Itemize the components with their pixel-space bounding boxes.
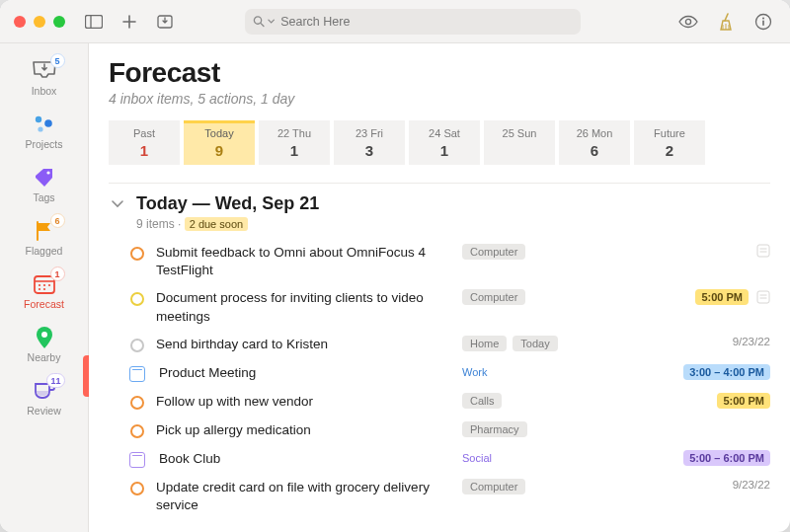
sidebar-item-nearby[interactable]: Nearby xyxy=(0,316,88,369)
tag[interactable]: Pharmacy xyxy=(462,421,527,437)
sidebar-item-label: Tags xyxy=(33,191,54,203)
date-tab[interactable]: 26 Mon 6 xyxy=(559,120,630,165)
status-circle[interactable] xyxy=(128,394,146,412)
task-title: Update credit card on file with grocery … xyxy=(156,479,452,514)
date-tab[interactable]: 22 Thu 1 xyxy=(259,120,330,165)
task-title: Follow up with new vendor xyxy=(156,393,452,411)
titlebar xyxy=(0,0,790,43)
quick-entry-button[interactable] xyxy=(152,9,178,35)
event-title: Book Club xyxy=(156,450,452,468)
svg-point-20 xyxy=(41,332,47,338)
svg-line-4 xyxy=(261,23,264,26)
sidebar-item-label: Projects xyxy=(26,138,63,150)
date-tab[interactable]: 23 Fri 3 xyxy=(334,120,405,165)
tag[interactable]: Today xyxy=(513,336,557,351)
date-tab[interactable]: 24 Sat 1 xyxy=(409,120,480,165)
task-row[interactable]: Send birthday card to Kristen Home Today… xyxy=(128,331,770,359)
tag-icon xyxy=(33,167,56,189)
tag[interactable]: Computer xyxy=(462,244,525,260)
date-tab[interactable]: 25 Sun xyxy=(484,120,555,165)
cleanup-button[interactable] xyxy=(713,9,739,35)
svg-point-15 xyxy=(38,284,40,286)
date-label: 26 Mon xyxy=(559,127,630,139)
task-row[interactable]: Update credit card on file with grocery … xyxy=(128,474,770,519)
date-tab-today[interactable]: Today 9 xyxy=(184,120,255,165)
sidebar-item-projects[interactable]: Projects xyxy=(0,103,88,156)
sidebar: 5 Inbox Projects Tags 6 xyxy=(0,43,89,532)
status-circle[interactable] xyxy=(128,480,146,497)
task-row[interactable]: Follow up with new vendor Calls 5:00 PM xyxy=(128,388,770,417)
svg-point-16 xyxy=(42,284,44,286)
sidebar-toggle-button[interactable] xyxy=(81,9,107,35)
projects-icon xyxy=(32,114,57,135)
view-options-button[interactable] xyxy=(675,9,701,35)
sidebar-item-forecast[interactable]: 1 Forecast xyxy=(0,263,88,316)
page-subtitle: 4 inbox items, 5 actions, 1 day xyxy=(109,91,770,107)
location-pin-icon xyxy=(36,326,53,349)
chevron-down-icon xyxy=(268,19,275,25)
due-time-pill: 5:00 PM xyxy=(695,289,749,305)
plus-icon xyxy=(122,15,136,29)
task-row[interactable]: Document process for inviting clients to… xyxy=(128,284,770,330)
svg-point-18 xyxy=(38,288,40,290)
status-circle[interactable] xyxy=(128,422,146,440)
event-row[interactable]: Product Meeting Work 3:00 – 4:00 PM xyxy=(128,359,770,388)
event-row[interactable]: Book Club Social 5:00 – 6:00 PM xyxy=(128,445,770,474)
window-controls xyxy=(14,16,65,28)
date-tab-future[interactable]: Future 2 xyxy=(634,120,705,165)
task-row[interactable]: Pick up allergy medication Pharmacy xyxy=(128,417,770,445)
inspector-button[interactable] xyxy=(750,9,776,35)
section-title: Today — Wed, Sep 21 xyxy=(136,193,319,214)
due-date: 9/23/22 xyxy=(733,479,770,491)
calendar-name: Social xyxy=(462,450,500,466)
divider xyxy=(109,183,770,184)
forecast-date-row: Past 1 Today 9 22 Thu 1 23 Fri 3 24 Sat xyxy=(109,120,770,165)
svg-rect-8 xyxy=(762,20,764,25)
inbox-badge: 5 xyxy=(50,53,65,68)
status-circle[interactable] xyxy=(128,337,146,354)
inbox-down-icon xyxy=(157,15,173,29)
date-label: 24 Sat xyxy=(409,127,480,139)
chevron-down-icon xyxy=(112,200,123,208)
date-label: 22 Thu xyxy=(259,127,330,139)
due-time-pill: 5:00 PM xyxy=(717,393,770,409)
date-label: Future xyxy=(634,127,705,139)
close-window-button[interactable] xyxy=(14,16,26,28)
tag[interactable]: Calls xyxy=(462,393,502,409)
calendar-event-icon xyxy=(128,365,146,383)
status-circle[interactable] xyxy=(128,245,146,263)
tag[interactable]: Computer xyxy=(462,289,525,305)
date-count: 9 xyxy=(184,142,255,159)
date-label: 25 Sun xyxy=(484,127,555,139)
date-tab-past[interactable]: Past 1 xyxy=(109,120,180,165)
main-content: Forecast 4 inbox items, 5 actions, 1 day… xyxy=(89,43,790,532)
sidebar-item-inbox[interactable]: 5 Inbox xyxy=(0,49,88,103)
sidebar-item-tags[interactable]: Tags xyxy=(0,156,88,209)
date-count: 6 xyxy=(559,142,630,159)
new-item-button[interactable] xyxy=(117,9,142,35)
broom-icon xyxy=(718,13,734,31)
search-field[interactable] xyxy=(245,9,581,35)
sidebar-item-flagged[interactable]: 6 Flagged xyxy=(0,209,88,263)
date-label: Past xyxy=(109,127,180,139)
minimize-window-button[interactable] xyxy=(34,16,45,28)
sidebar-item-review[interactable]: 11 Review xyxy=(0,369,88,422)
svg-point-12 xyxy=(46,171,49,174)
zoom-window-button[interactable] xyxy=(53,16,65,28)
task-row[interactable]: Submit feedback to Omni about OmniFocus … xyxy=(128,239,770,284)
status-circle[interactable] xyxy=(128,290,146,308)
flagged-badge: 6 xyxy=(50,213,65,228)
svg-rect-21 xyxy=(757,245,769,257)
tag[interactable]: Home xyxy=(462,336,507,351)
search-input[interactable] xyxy=(280,15,573,29)
section-toggle[interactable] xyxy=(109,195,126,213)
date-label: Today xyxy=(184,127,255,139)
task-title: Pick up allergy medication xyxy=(156,421,452,439)
event-time-pill: 3:00 – 4:00 PM xyxy=(683,364,770,380)
sidebar-icon xyxy=(85,15,103,29)
svg-point-10 xyxy=(44,119,52,127)
svg-point-19 xyxy=(42,288,44,290)
svg-point-11 xyxy=(38,126,42,131)
task-title: Send birthday card to Kristen xyxy=(156,336,452,353)
tag[interactable]: Computer xyxy=(462,479,525,494)
